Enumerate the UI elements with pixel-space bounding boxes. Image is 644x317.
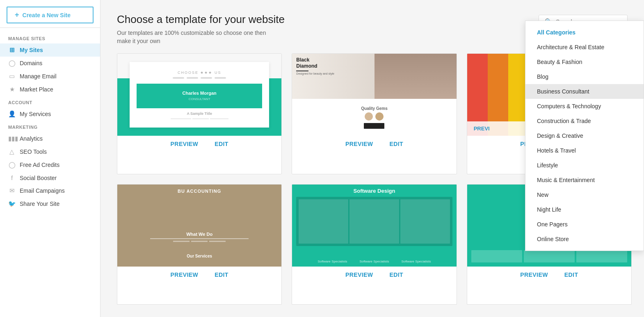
preview-btn-6[interactable]: PREVIEW <box>520 271 548 278</box>
preview-btn-4[interactable]: PREVIEW <box>171 271 199 278</box>
page-subtitle: Our templates are 100% customizable so c… <box>117 29 285 45</box>
categories-dropdown: All Categories Architecture & Real Estat… <box>525 21 644 251</box>
preview-btn-1[interactable]: PREVIEW <box>171 141 199 147</box>
template-thumb-2: BlackDiamond Designed for beauty and sty… <box>292 54 456 136</box>
sidebar-item-seo-tools[interactable]: △ SEO Tools <box>0 145 100 158</box>
page-title: Choose a template for your website <box>117 13 285 26</box>
person-icon: 👤 <box>8 110 16 118</box>
edit-btn-6[interactable]: EDIT <box>564 271 578 278</box>
thumb-4-whatwedo: What We Do <box>117 232 281 242</box>
create-new-site-button[interactable]: + Create a New Site <box>7 7 94 23</box>
cat-lifestyle[interactable]: Lifestyle <box>525 158 644 173</box>
plus-icon: + <box>15 11 19 19</box>
sidebar-item-market-place[interactable]: ★ Market Place <box>0 83 100 96</box>
thumb-1-inner: CHOOSE ★★★ US Charles Morgan CONSULTANT <box>130 62 269 128</box>
twitter-icon: 🐦 <box>8 200 16 208</box>
cat-all-categories[interactable]: All Categories <box>525 25 644 40</box>
template-actions-5: PREVIEW EDIT <box>292 267 456 283</box>
cat-onepagers[interactable]: One Pagers <box>525 217 644 232</box>
cat-architecture[interactable]: Architecture & Real Estate <box>525 40 644 55</box>
template-card-charles-morgan: CHOOSE ★★★ US Charles Morgan CONSULTANT <box>117 53 282 174</box>
cat-design[interactable]: Design & Creative <box>525 128 644 143</box>
cat-computers[interactable]: Computers & Technology <box>525 99 644 114</box>
seo-icon: △ <box>8 148 16 155</box>
template-actions-2: PREVIEW EDIT <box>292 136 456 152</box>
sidebar-label-share-your-site: Share Your Site <box>20 201 59 207</box>
cat-nightlife[interactable]: Night Life <box>525 202 644 217</box>
sidebar-item-share-your-site[interactable]: 🐦 Share Your Site <box>0 197 100 210</box>
sidebar-item-my-sites[interactable]: ⊞ My Sites <box>0 43 100 57</box>
cat-new[interactable]: New <box>525 187 644 202</box>
sidebar-label-my-sites: My Sites <box>20 47 43 53</box>
sidebar-item-my-services[interactable]: 👤 My Services <box>0 107 100 121</box>
sidebar-label-analytics: Analytics <box>20 135 43 142</box>
sidebar-label-email-campaigns: Email Campaigns <box>20 187 65 194</box>
thumb-1-logo: CHOOSE ★★★ US <box>178 71 222 75</box>
grid-icon: ⊞ <box>8 46 16 54</box>
template-card-bu-accounting: BU ACCOUNTING What We Do Our Services PR… <box>117 184 282 305</box>
thumb-2-top: BlackDiamond Designed for beauty and sty… <box>292 54 456 99</box>
preview-btn-5[interactable]: PREVIEW <box>345 271 373 278</box>
thumb-5-footer: Software Specialists Software Specialist… <box>292 260 456 263</box>
thumb-1-teal-block: Charles Morgan CONSULTANT <box>137 84 262 108</box>
cat-construction[interactable]: Construction & Trade <box>525 114 644 128</box>
thumb-5-title: Software Design <box>292 188 456 194</box>
subtitle-line1: Our templates are 100% customizable so c… <box>117 30 266 36</box>
sidebar-item-social-booster[interactable]: f Social Booster <box>0 171 100 184</box>
preview-text-3[interactable]: PREVI <box>474 125 490 132</box>
sidebar-label-free-ad-credits: Free Ad Credits <box>20 162 59 168</box>
section-marketing: Marketing <box>0 121 100 132</box>
envelope-icon: ✉ <box>8 187 16 194</box>
template-card-software-design: Software Design Software Specialists Sof… <box>292 184 457 305</box>
template-actions-1: PREVIEW EDIT <box>117 136 281 152</box>
thumb-1-subtitle: CONSULTANT <box>183 97 217 101</box>
sidebar: + Create a New Site Manage Sites ⊞ My Si… <box>0 0 100 317</box>
sidebar-item-domains[interactable]: ◯ Domains <box>0 57 100 70</box>
sidebar-label-manage-email: Manage Email <box>20 73 57 80</box>
sidebar-item-free-ad-credits[interactable]: ◯ Free Ad Credits <box>0 158 100 171</box>
email-icon: ▭ <box>8 73 16 80</box>
thumb-2-product: Quality Gems <box>361 106 387 111</box>
sidebar-item-email-campaigns[interactable]: ✉ Email Campaigns <box>0 184 100 197</box>
social-icon: f <box>8 174 16 181</box>
section-manage-sites: Manage Sites <box>0 32 100 43</box>
sidebar-label-seo-tools: SEO Tools <box>20 148 47 155</box>
template-actions-4: PREVIEW EDIT <box>117 267 281 283</box>
subtitle-line2: make it your own <box>117 38 160 44</box>
cat-music[interactable]: Music & Entertainment <box>525 173 644 187</box>
preview-btn-2[interactable]: PREVIEW <box>345 141 373 147</box>
template-thumb-4: BU ACCOUNTING What We Do Our Services <box>117 185 281 267</box>
cat-business[interactable]: Business Consultant <box>525 84 644 99</box>
thumb-1-name: Charles Morgan <box>183 91 217 96</box>
cat-beauty[interactable]: Beauty & Fashion <box>525 55 644 69</box>
ad-icon: ◯ <box>8 161 16 169</box>
sidebar-label-social-booster: Social Booster <box>20 175 57 181</box>
sidebar-label-domains: Domains <box>20 60 42 66</box>
sidebar-label-market-place: Market Place <box>20 86 53 93</box>
cat-onlinestore[interactable]: Online Store <box>525 232 644 246</box>
sidebar-item-manage-email[interactable]: ▭ Manage Email <box>0 70 100 83</box>
template-actions-6: PREVIEW EDIT <box>467 267 631 283</box>
thumb-2-bottom: Quality Gems <box>292 99 456 136</box>
template-thumb-5: Software Design Software Specialists Sof… <box>292 185 456 267</box>
cat-blog[interactable]: Blog <box>525 69 644 84</box>
edit-btn-1[interactable]: EDIT <box>215 141 228 147</box>
sidebar-item-analytics[interactable]: ▮▮▮ Analytics <box>0 132 100 145</box>
thumb-2-photo <box>375 54 457 99</box>
thumb-6-items <box>471 250 627 262</box>
template-thumb-1: CHOOSE ★★★ US Charles Morgan CONSULTANT <box>117 54 281 136</box>
sidebar-divider-1 <box>0 27 100 28</box>
thumb-4-ourservices: Our Services <box>117 254 281 258</box>
section-account: Account <box>0 96 100 107</box>
thumb-4-header: BU ACCOUNTING <box>117 189 281 194</box>
edit-btn-2[interactable]: EDIT <box>389 141 403 147</box>
edit-btn-4[interactable]: EDIT <box>215 271 228 278</box>
cat-hotels[interactable]: Hotels & Travel <box>525 143 644 158</box>
edit-btn-5[interactable]: EDIT <box>389 271 403 278</box>
thumb-5-content <box>296 197 452 246</box>
star-icon: ★ <box>8 86 16 93</box>
sidebar-label-my-services: My Services <box>20 111 51 117</box>
thumb-1-sample-title: A Sample Title <box>187 112 212 116</box>
title-block: Choose a template for your website Our t… <box>117 13 285 45</box>
create-btn-label: Create a New Site <box>23 12 71 18</box>
